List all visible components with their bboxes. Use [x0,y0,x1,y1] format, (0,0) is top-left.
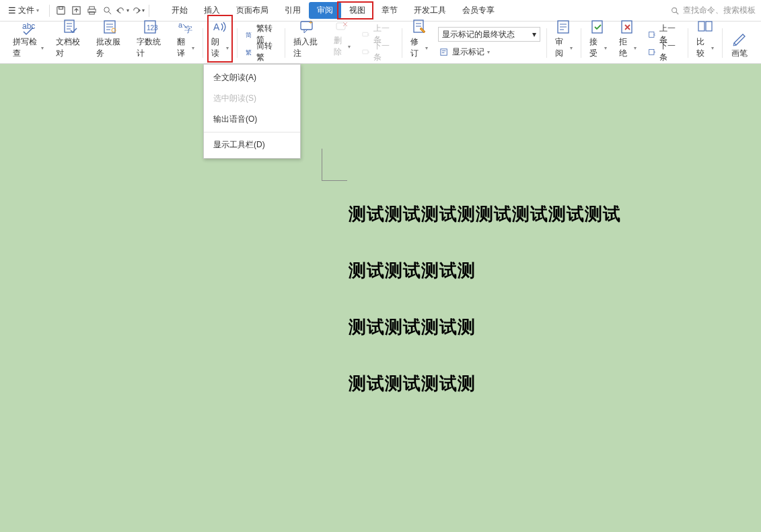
doc-line-3[interactable]: 测试测试测试测 [349,315,476,339]
dropdown-read-selection: 选中朗读(S) [204,88,300,109]
read-aloud-button[interactable]: A朗读▾ [209,17,231,61]
svg-text:繁: 繁 [246,48,252,55]
svg-rect-23 [363,50,368,54]
compare-button[interactable]: 比较▾ [694,17,716,61]
proofread-button[interactable]: 文档校对 [54,17,86,61]
svg-rect-31 [698,22,704,31]
delete-comment-button[interactable]: 删除▾ [332,20,353,59]
save-button[interactable] [53,3,68,18]
search-input[interactable]: 查找命令、搜索模板 [670,5,756,16]
doc-line-2[interactable]: 测试测试测试测 [349,259,476,282]
svg-point-6 [104,7,109,13]
doc-line-4[interactable]: 测试测试测试测 [349,372,476,395]
redo-button[interactable]: ▾ [131,3,145,18]
svg-text:a: a [178,21,183,29]
svg-text:abc: abc [22,22,35,31]
svg-rect-25 [441,48,447,54]
svg-rect-22 [363,32,368,36]
document-page[interactable]: 测试测试测试测测试测试测试测试 测试测试测试测 测试测试测试测 测试测试测试测 [93,64,761,532]
reject-button[interactable]: 拒绝▾ [617,17,639,61]
svg-rect-1 [59,7,63,9]
prev-change-button[interactable]: 上一条 [647,27,682,42]
svg-text:123: 123 [147,24,158,32]
tab-member[interactable]: 会员专享 [454,2,503,19]
print-preview-button[interactable] [100,3,114,18]
insert-comment-button[interactable]: +插入批注 [291,17,324,61]
tab-chapter[interactable]: 章节 [373,2,406,19]
svg-rect-29 [649,32,654,37]
track-changes-button[interactable]: 修订▾ [408,17,430,61]
svg-text:简: 简 [246,31,252,38]
next-comment-button[interactable]: 下一条 [361,44,396,59]
approval-button[interactable]: 批改服务 [94,17,126,61]
svg-rect-0 [57,7,64,14]
chevron-down-icon: ▾ [36,7,39,13]
tab-pagelayout[interactable]: 页面布局 [228,2,277,19]
read-aloud-dropdown: 全文朗读(A) 选中朗读(S) 输出语音(O) 显示工具栏(D) [203,64,301,159]
svg-text:+: + [309,19,313,26]
hamburger-icon: ☰ [8,5,16,15]
svg-rect-27 [592,21,602,33]
review-button[interactable]: 审阅▾ [553,17,575,61]
svg-point-7 [672,7,677,12]
export-button[interactable] [69,3,83,18]
dropdown-read-all[interactable]: 全文朗读(A) [204,67,300,88]
ribbon: abc拼写检查▾ 文档校对 批改服务 123字数统计 a字翻译▾ A朗读▾ 简繁… [0,22,761,64]
traditional-to-simplified-button[interactable]: 简繁转简 [244,27,279,42]
tab-view[interactable]: 视图 [341,2,373,19]
simplified-to-traditional-button[interactable]: 繁简转繁 [244,44,279,59]
svg-rect-30 [649,49,654,54]
search-placeholder: 查找命令、搜索模板 [683,5,756,16]
separator [49,5,50,17]
show-markup-button[interactable]: 显示标记▾ [438,44,540,59]
separator [204,132,300,132]
file-menu[interactable]: ☰ 文件 ▾ [5,3,42,17]
document-area[interactable]: 测试测试测试测测试测试测试测试 测试测试测试测 测试测试测试测 测试测试测试测 [0,64,761,532]
svg-rect-3 [89,7,94,9]
svg-rect-21 [336,23,345,30]
spellcheck-button[interactable]: abc拼写检查▾ [11,17,46,61]
markup-state-select[interactable]: 显示标记的最终状态▾ [438,27,540,42]
dropdown-show-toolbar[interactable]: 显示工具栏(D) [204,135,300,155]
pen-button[interactable]: 画笔 [729,28,750,61]
doc-line-1[interactable]: 测试测试测试测测试测试测试测试 [349,202,621,226]
separator [149,5,149,17]
translate-button[interactable]: a字翻译▾ [175,17,196,61]
svg-rect-32 [706,22,712,31]
svg-text:A: A [213,22,220,32]
print-button[interactable] [84,3,99,18]
accept-button[interactable]: 接受▾ [587,17,609,61]
quick-access-toolbar: ▾ ▾ [53,3,145,18]
undo-button[interactable]: ▾ [115,3,130,18]
next-change-button[interactable]: 下一条 [647,44,682,59]
dropdown-output-voice[interactable]: 输出语音(O) [204,109,300,130]
header-boundary-mark [322,149,347,181]
prev-comment-button[interactable]: 上一条 [361,27,396,42]
wordcount-button[interactable]: 123字数统计 [135,17,167,61]
file-label: 文件 [18,5,34,16]
search-icon [670,6,680,15]
